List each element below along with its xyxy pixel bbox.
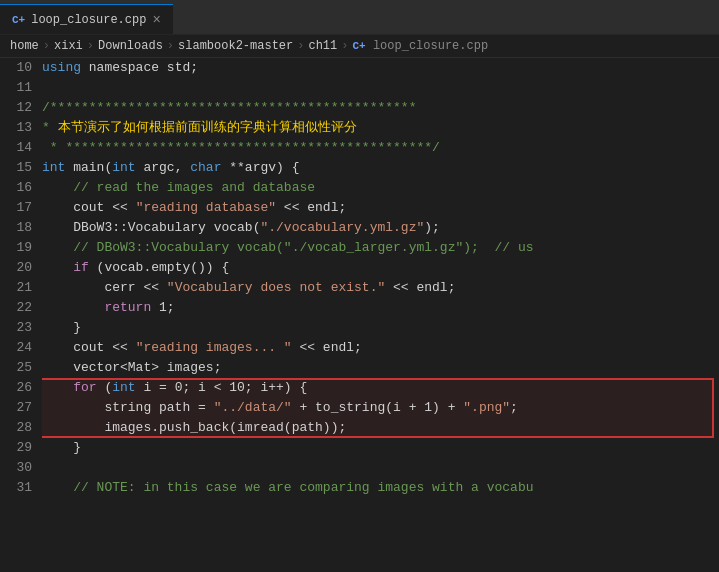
tab-loop-closure[interactable]: C+ loop_closure.cpp × [0,4,173,34]
code-line-25: vector<Mat> images; [42,358,714,378]
bc-downloads[interactable]: Downloads [98,39,163,53]
code-line-18: DBoW3::Vocabulary vocab("./vocabulary.ym… [42,218,714,238]
tab-close-icon[interactable]: × [152,13,160,27]
bc-slambook2[interactable]: slambook2-master [178,39,293,53]
code-line-28: images.push_back(imread(path)); [42,418,714,438]
code-line-23: } [42,318,714,338]
bc-ch11[interactable]: ch11 [308,39,337,53]
code-line-10: using namespace std; [42,58,714,78]
tab-file-icon: C+ [12,14,25,26]
breadcrumb: home › xixi › Downloads › slambook2-mast… [0,35,719,58]
code-line-15: int main(int argc, char **argv) { [42,158,714,178]
code-line-16: // read the images and database [42,178,714,198]
code-line-22: return 1; [42,298,714,318]
code-line-13: * 本节演示了如何根据前面训练的字典计算相似性评分 [42,118,714,138]
code-line-20: if (vocab.empty()) { [42,258,714,278]
bc-xixi[interactable]: xixi [54,39,83,53]
code-area: 10 11 12 13 14 15 16 17 18 19 20 21 22 2… [0,58,719,567]
code-content: using namespace std; /******************… [42,58,719,567]
line-numbers-col: 10 11 12 13 14 15 16 17 18 19 20 21 22 2… [0,58,42,567]
code-line-31: // NOTE: in this case we are comparing i… [42,478,714,498]
code-line-26: for (int i = 0; i < 10; i++) { [42,378,714,398]
code-line-19: // DBoW3::Vocabulary vocab("./vocab_larg… [42,238,714,258]
code-line-12: /***************************************… [42,98,714,118]
code-line-11 [42,78,714,98]
tab-filename: loop_closure.cpp [31,13,146,27]
code-line-17: cout << "reading database" << endl; [42,198,714,218]
code-line-29: } [42,438,714,458]
red-box-section: for (int i = 0; i < 10; i++) { string pa… [42,378,714,438]
code-line-30 [42,458,714,478]
bc-file: C+ loop_closure.cpp [352,39,488,53]
bc-home[interactable]: home [10,39,39,53]
code-line-27: string path = "../data/" + to_string(i +… [42,398,714,418]
code-line-24: cout << "reading images... " << endl; [42,338,714,358]
code-line-14: * **************************************… [42,138,714,158]
code-line-21: cerr << "Vocabulary does not exist." << … [42,278,714,298]
tab-bar: C+ loop_closure.cpp × [0,0,719,35]
